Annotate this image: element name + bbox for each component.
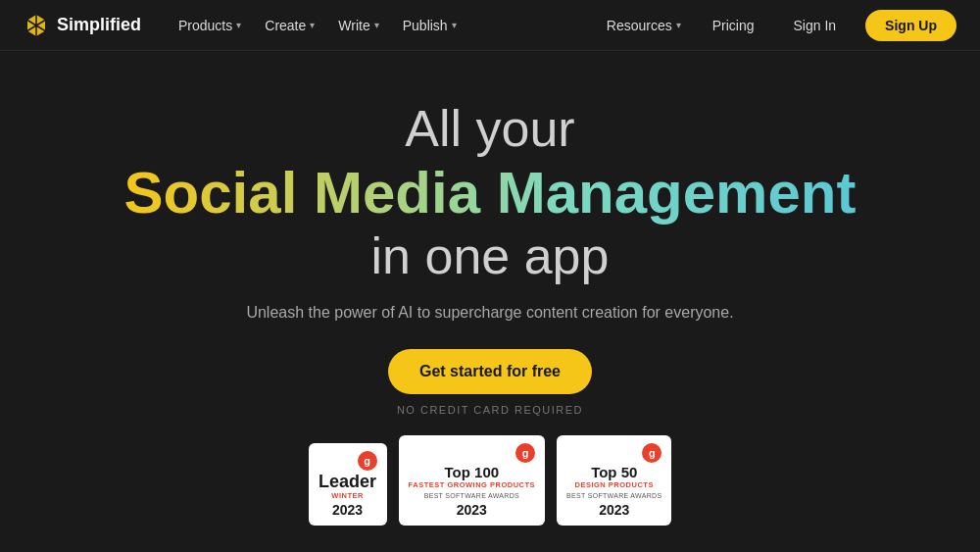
badge-desc: BEST SOFTWARE AWARDS <box>424 491 519 500</box>
g2-icon: g <box>642 443 662 463</box>
logo-text: Simplified <box>57 15 141 35</box>
hero-subtitle: Unleash the power of AI to supercharge c… <box>246 304 733 322</box>
badge-year: 2023 <box>457 502 487 518</box>
badge-year: 2023 <box>332 502 363 518</box>
g2-icon: g <box>358 451 377 471</box>
hero-line3: in one app <box>371 227 610 286</box>
badge-top100: g Top 100 Fastest Growing Products BEST … <box>399 435 546 526</box>
badges-container: g Leader WINTER 2023 g Top 100 Fastest G… <box>309 435 672 526</box>
nav-item-resources[interactable]: Resources ▾ <box>597 12 691 39</box>
signup-button[interactable]: Sign Up <box>865 10 956 41</box>
hero-section: All your Social Media Management in one … <box>0 51 980 552</box>
nav-item-publish[interactable]: Publish ▾ <box>393 12 466 39</box>
badge-year: 2023 <box>599 502 629 518</box>
badge-title: Top 50 <box>591 465 637 479</box>
chevron-down-icon: ▾ <box>676 20 681 30</box>
badge-subtitle: WINTER <box>331 491 364 500</box>
signin-button[interactable]: Sign In <box>776 11 855 40</box>
hero-line2: Social Media Management <box>124 161 857 226</box>
badge-subtitle: Fastest Growing Products <box>409 480 536 489</box>
logo-icon <box>24 13 49 38</box>
badge-title: Top 100 <box>445 465 500 479</box>
chevron-down-icon: ▾ <box>236 20 241 30</box>
logo[interactable]: Simplified <box>24 13 141 38</box>
nav-item-pricing[interactable]: Pricing <box>703 12 764 39</box>
nav-item-products[interactable]: Products ▾ <box>169 12 251 39</box>
badge-title: Leader <box>318 473 376 490</box>
nav-right: Resources ▾ Pricing Sign In Sign Up <box>597 10 956 41</box>
chevron-down-icon: ▾ <box>374 20 379 30</box>
nav-items: Products ▾ Create ▾ Write ▾ Publish ▾ <box>169 12 466 39</box>
badge-subtitle: Design Products <box>575 480 654 489</box>
no-credit-label: NO CREDIT CARD REQUIRED <box>397 404 583 416</box>
cta-button[interactable]: Get started for free <box>388 349 592 394</box>
hero-line1: All your <box>405 100 574 159</box>
navbar: Simplified Products ▾ Create ▾ Write ▾ P… <box>0 0 980 51</box>
g2-icon: g <box>515 443 535 463</box>
badge-desc: BEST SOFTWARE AWARDS <box>566 491 662 500</box>
nav-item-create[interactable]: Create ▾ <box>255 12 324 39</box>
nav-item-write[interactable]: Write ▾ <box>328 12 388 39</box>
chevron-down-icon: ▾ <box>452 20 457 30</box>
chevron-down-icon: ▾ <box>310 20 315 30</box>
badge-leader: g Leader WINTER 2023 <box>309 443 387 526</box>
nav-left: Simplified Products ▾ Create ▾ Write ▾ P… <box>24 12 466 39</box>
badge-top50: g Top 50 Design Products BEST SOFTWARE A… <box>557 435 671 526</box>
